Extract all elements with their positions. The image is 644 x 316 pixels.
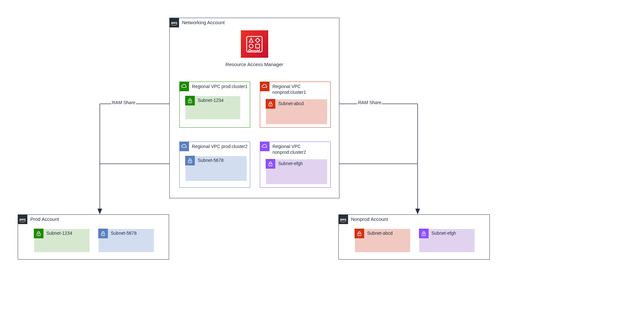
cloud-icon (179, 142, 189, 151)
lock-icon (185, 96, 195, 105)
cloud-icon (179, 82, 189, 91)
vpc-nonprod-cluster2: Regional VPCnonprod:cluster2 Subnet-efgh (260, 142, 331, 188)
subnet-abcd-in-vpc: Subnet-abcd (266, 99, 327, 124)
svg-point-9 (249, 49, 251, 52)
svg-point-7 (249, 44, 253, 48)
subnet-1234-in-vpc: Subnet-1234 (185, 96, 240, 119)
aws-logo-icon: aws (338, 214, 348, 224)
aws-logo-icon: aws (18, 214, 27, 224)
subnet-5678-in-vpc: Subnet-5678 (185, 156, 247, 181)
networking-account-title: Networking Account (182, 20, 225, 25)
cloud-icon (260, 142, 270, 151)
subnet-5678-shared: Subnet-5678 (99, 229, 154, 252)
prod-account-title: Prod Account (30, 216, 59, 222)
nonprod-account-title: Nonprod Account (351, 216, 388, 222)
svg-point-15 (270, 104, 271, 105)
svg-point-21 (270, 164, 271, 165)
svg-point-18 (190, 161, 190, 162)
lock-icon (266, 159, 275, 169)
subnet-abcd-shared-label: Subnet-abcd (367, 231, 393, 236)
lock-icon (266, 99, 275, 109)
svg-point-27 (103, 234, 103, 234)
aws-logo-icon: aws (169, 18, 179, 27)
subnet-1234-shared-label: Subnet-1234 (46, 231, 72, 236)
ram-share-right-label: RAM Share (357, 100, 382, 105)
lock-icon (419, 229, 429, 238)
svg-rect-8 (256, 44, 260, 48)
vpc-prod2-title: Regional VPC prod:cluster2 (192, 143, 248, 149)
vpc-nonprod1-title: Regional VPCnonprod:cluster1 (272, 84, 306, 95)
subnet-5678-label: Subnet-5678 (198, 158, 223, 163)
lock-icon (185, 156, 195, 165)
vpc-nonprod2-title: Regional VPCnonprod:cluster2 (272, 143, 306, 155)
subnet-1234-shared: Subnet-1234 (34, 229, 90, 252)
svg-point-33 (423, 234, 424, 234)
subnet-abcd-shared: Subnet-abcd (355, 229, 410, 252)
vpc-nonprod-cluster1: Regional VPCnonprod:cluster1 Subnet-abcd (260, 82, 331, 128)
subnet-efgh-label: Subnet-efgh (278, 161, 303, 166)
ram-label: Resource Access Manager (219, 62, 290, 67)
vpc-prod-cluster1: Regional VPC prod:cluster1 Subnet-1234 (179, 82, 250, 128)
subnet-efgh-shared-label: Subnet-efgh (431, 231, 456, 236)
subnet-5678-shared-label: Subnet-5678 (111, 231, 137, 236)
subnet-abcd-label: Subnet-abcd (278, 101, 304, 106)
svg-point-30 (359, 234, 360, 234)
resource-access-manager: Resource Access Manager (219, 30, 290, 67)
lock-icon (34, 229, 43, 238)
prod-account-box: aws Prod Account Subnet-1234 Subnet-5678 (18, 214, 169, 260)
lock-icon (355, 229, 364, 238)
svg-point-24 (38, 234, 39, 234)
lock-icon (98, 229, 108, 238)
ram-icon (241, 30, 268, 58)
subnet-1234-label: Subnet-1234 (198, 98, 223, 103)
networking-account-box: aws Networking Account Resource Access M… (169, 18, 339, 198)
vpc-prod-cluster2: Regional VPC prod:cluster2 Subnet-5678 (179, 142, 250, 188)
ram-share-left-label: RAM Share (111, 100, 136, 105)
cloud-icon (260, 82, 270, 91)
svg-point-12 (190, 101, 190, 102)
subnet-efgh-shared: Subnet-efgh (419, 229, 475, 252)
vpc-prod1-title: Regional VPC prod:cluster1 (192, 84, 248, 89)
nonprod-account-box: aws Nonprod Account Subnet-abcd Subnet-e… (338, 214, 490, 260)
subnet-efgh-in-vpc: Subnet-efgh (266, 159, 327, 184)
